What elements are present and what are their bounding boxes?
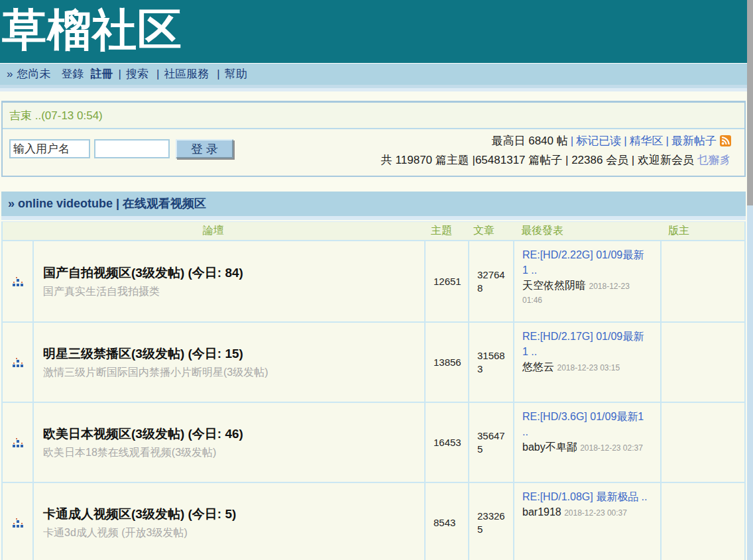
last-post-author[interactable]: 悠悠云 <box>522 361 554 372</box>
table-header-row: 論壇 主題 文章 最後發表 版主 <box>3 222 744 241</box>
last-post-cell: RE:[HD/3.6G] 01/09最新1 .. baby不卑鄙 2018-12… <box>513 403 660 482</box>
last-post-cell: RE:[HD/1.08G] 最新极品 .. bar1918 2018-12-23… <box>513 483 660 560</box>
max-daily-posts-text: 最高日 6840 帖 <box>491 135 567 147</box>
section-underline-strip <box>1 216 746 220</box>
digest-area-link[interactable]: 精华区 <box>630 135 664 147</box>
table-row: 欧美日本视频区(3级发帖) (今日: 46) 欧美日本18禁在线观看视频(3级发… <box>3 402 744 482</box>
stats-separator: | <box>666 135 669 147</box>
forum-status-icon <box>13 438 23 447</box>
site-logo: 草榴社区 <box>0 0 747 60</box>
col-header-moderator: 版主 <box>660 224 744 238</box>
nav-separator: | <box>118 68 121 80</box>
posts-count: 315683 <box>468 323 513 402</box>
table-row: 国产自拍视频区(3级发帖) (今日: 84) 国产真实生活自我拍摄类 12651… <box>3 241 744 321</box>
moderator-cell <box>660 483 744 560</box>
forum-totals-text: 共 119870 篇主题 |65481317 篇帖子 | 22386 会员 | … <box>381 154 694 166</box>
nav-help-link[interactable]: 幫助 <box>225 68 247 80</box>
login-button[interactable]: 登 录 <box>176 139 233 158</box>
login-status-text: 您尚未 <box>17 68 50 80</box>
stats-separator: | <box>624 135 626 147</box>
forum-cell: 国产自拍视频区(3级发帖) (今日: 84) 国产真实生活自我拍摄类 <box>32 241 424 321</box>
last-post-time: 2018-12-23 02:37 <box>580 443 643 453</box>
scrollbar-thumb[interactable] <box>747 0 753 205</box>
col-header-posts: 文章 <box>468 224 513 238</box>
page: 草榴社区 »您尚未登錄註冊|搜索|社區服務|幫助 吉束 ..(07-13 0:5… <box>0 0 747 560</box>
forum-status-icon <box>13 358 23 367</box>
new-member-link[interactable]: 乜獬豸 <box>697 154 731 166</box>
last-post-time: 2018-12-23 03:15 <box>557 363 620 372</box>
forum-status-icon <box>13 518 23 528</box>
topics-count: 12651 <box>424 241 468 321</box>
stats-line-1: 最高日 6840 帖|标记已读|精华区|最新帖子 <box>381 133 731 152</box>
forum-stats: 最高日 6840 帖|标记已读|精华区|最新帖子 共 119870 篇主题 |6… <box>381 133 731 169</box>
last-post-link[interactable]: RE:[HD/3.6G] 01/09最新1 .. <box>522 409 650 439</box>
nav-register-link[interactable]: 註冊 <box>90 68 113 80</box>
nav-separator: | <box>217 68 219 80</box>
moderator-cell <box>660 323 744 402</box>
posts-count: 356475 <box>468 403 513 482</box>
forum-link[interactable]: 明星三级禁播区(3级发帖) (今日: 15) <box>43 345 424 363</box>
scrollbar[interactable] <box>747 0 753 560</box>
forum-cell: 明星三级禁播区(3级发帖) (今日: 15) 激情三级片断国际国内禁播小片断明星… <box>32 323 424 402</box>
table-row: 明星三级禁播区(3级发帖) (今日: 15) 激情三级片断国际国内禁播小片断明星… <box>3 321 744 402</box>
forum-status-icon <box>13 277 23 286</box>
announcement-panel: 吉束 ..(07-13 0:54) 登 录 最高日 6840 帖|标记已读|精华… <box>1 101 746 177</box>
login-stats-area: 登 录 最高日 6840 帖|标记已读|精华区|最新帖子 共 119870 篇主… <box>3 129 744 176</box>
topics-count: 8543 <box>424 483 468 560</box>
last-post-author[interactable]: 天空依然阴暗 <box>522 280 586 291</box>
newest-posts-link[interactable]: 最新帖子 <box>671 135 717 147</box>
col-header-topics: 主題 <box>424 224 468 238</box>
last-post-cell: RE:[HD/2.22G] 01/09最新1 .. 天空依然阴暗 2018-12… <box>513 241 660 321</box>
last-post-link[interactable]: RE:[HD/2.17G] 01/09最新1 .. <box>522 329 650 359</box>
forum-link[interactable]: 欧美日本视频区(3级发帖) (今日: 46) <box>43 425 424 443</box>
last-post-time: 2018-12-23 00:37 <box>564 508 627 518</box>
last-post-author[interactable]: bar1918 <box>522 506 561 518</box>
status-icon-cell <box>3 483 32 560</box>
nav-login-link[interactable]: 登錄 <box>61 68 84 80</box>
login-form: 登 录 <box>9 139 233 158</box>
section-header[interactable]: » online videotube | 在线观看视频区 <box>1 192 746 216</box>
nav-arrow-icon: » <box>7 68 13 80</box>
nav-search-link[interactable]: 搜索 <box>126 68 148 80</box>
posts-count: 233265 <box>468 483 513 560</box>
forum-link[interactable]: 卡通成人视频区(3级发帖) (今日: 5) <box>43 506 424 523</box>
rss-icon[interactable] <box>720 135 731 152</box>
moderator-cell <box>660 241 744 321</box>
last-post-author[interactable]: baby不卑鄙 <box>522 441 577 453</box>
topics-count: 16453 <box>424 403 468 482</box>
status-icon-cell <box>3 323 32 402</box>
nav-underline-strip-light <box>0 88 747 91</box>
password-input[interactable] <box>94 139 170 158</box>
main-nav: »您尚未登錄註冊|搜索|社區服務|幫助 <box>0 63 747 85</box>
forum-description: 激情三级片断国际国内禁播小片断明星(3级发帖) <box>43 366 424 380</box>
site-header: 草榴社区 <box>0 0 747 63</box>
nav-separator: | <box>156 68 159 80</box>
username-input[interactable] <box>9 139 90 158</box>
last-post-link[interactable]: RE:[HD/2.22G] 01/09最新1 .. <box>522 247 650 278</box>
moderator-cell <box>660 403 744 482</box>
mark-read-link[interactable]: 标记已读 <box>576 135 621 147</box>
stats-line-2: 共 119870 篇主题 |65481317 篇帖子 | 22386 会员 | … <box>381 152 731 169</box>
forum-cell: 欧美日本视频区(3级发帖) (今日: 46) 欧美日本18禁在线观看视频(3级发… <box>32 403 424 482</box>
col-header-forum: 論壇 <box>3 224 424 238</box>
last-post-link[interactable]: RE:[HD/1.08G] 最新极品 .. <box>522 489 650 504</box>
forum-description: 卡通3d成人视频 (开放3级发帖) <box>43 526 424 540</box>
table-row: 卡通成人视频区(3级发帖) (今日: 5) 卡通3d成人视频 (开放3级发帖) … <box>3 482 744 560</box>
nav-services-link[interactable]: 社區服務 <box>164 68 209 80</box>
topics-count: 13856 <box>424 323 468 402</box>
section-title: » online videotube | 在线观看视频区 <box>8 197 206 210</box>
forum-description: 欧美日本18禁在线观看视频(3级发帖) <box>43 446 424 460</box>
last-post-cell: RE:[HD/2.17G] 01/09最新1 .. 悠悠云 2018-12-23… <box>513 323 660 402</box>
status-icon-cell <box>3 241 32 321</box>
forum-table: 論壇 主題 文章 最後發表 版主 国产自拍视频区(3级发帖) (今日: 84) … <box>1 221 746 560</box>
col-header-last-post: 最後發表 <box>513 224 660 238</box>
forum-link[interactable]: 国产自拍视频区(3级发帖) (今日: 84) <box>43 264 424 282</box>
stats-separator: | <box>571 135 573 147</box>
announcement-bar: 吉束 ..(07-13 0:54) <box>3 103 744 129</box>
forum-description: 国产真实生活自我拍摄类 <box>43 285 424 299</box>
announcement-link[interactable]: 吉束 ..(07-13 0:54) <box>9 109 103 122</box>
status-icon-cell <box>3 403 32 482</box>
posts-count: 327648 <box>468 241 513 321</box>
forum-cell: 卡通成人视频区(3级发帖) (今日: 5) 卡通3d成人视频 (开放3级发帖) <box>32 483 424 560</box>
